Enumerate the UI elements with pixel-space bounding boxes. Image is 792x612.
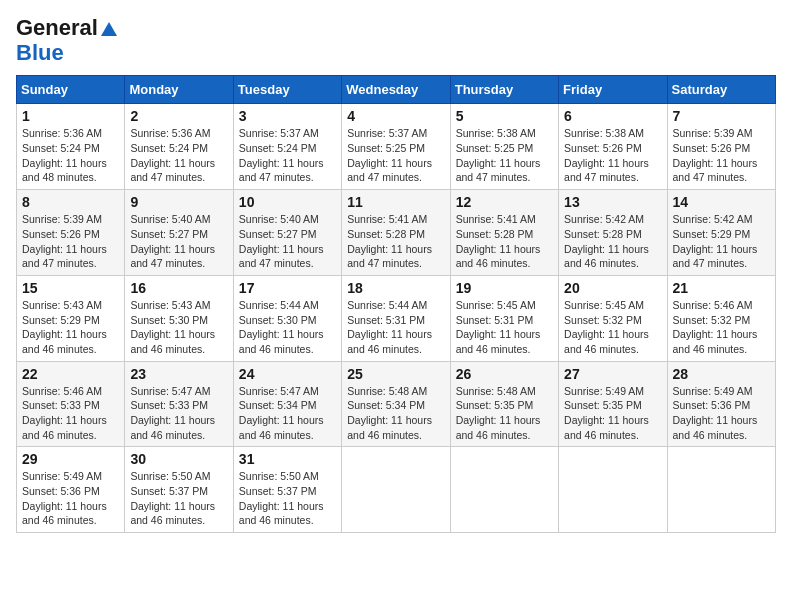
day-number: 12 (456, 194, 553, 210)
day-info: Sunrise: 5:39 AM Sunset: 5:26 PM Dayligh… (22, 212, 119, 271)
day-number: 4 (347, 108, 444, 124)
calendar-cell (342, 447, 450, 533)
calendar-week-3: 15 Sunrise: 5:43 AM Sunset: 5:29 PM Dayl… (17, 275, 776, 361)
svg-marker-0 (101, 22, 117, 36)
day-number: 19 (456, 280, 553, 296)
day-info: Sunrise: 5:48 AM Sunset: 5:35 PM Dayligh… (456, 384, 553, 443)
calendar-cell: 14 Sunrise: 5:42 AM Sunset: 5:29 PM Dayl… (667, 190, 775, 276)
day-number: 5 (456, 108, 553, 124)
calendar-table: SundayMondayTuesdayWednesdayThursdayFrid… (16, 75, 776, 533)
day-number: 3 (239, 108, 336, 124)
weekday-header-tuesday: Tuesday (233, 76, 341, 104)
day-number: 10 (239, 194, 336, 210)
logo-text: General (16, 16, 118, 40)
calendar-cell: 2 Sunrise: 5:36 AM Sunset: 5:24 PM Dayli… (125, 104, 233, 190)
day-info: Sunrise: 5:47 AM Sunset: 5:33 PM Dayligh… (130, 384, 227, 443)
day-info: Sunrise: 5:44 AM Sunset: 5:30 PM Dayligh… (239, 298, 336, 357)
calendar-cell: 6 Sunrise: 5:38 AM Sunset: 5:26 PM Dayli… (559, 104, 667, 190)
day-number: 26 (456, 366, 553, 382)
calendar-cell: 31 Sunrise: 5:50 AM Sunset: 5:37 PM Dayl… (233, 447, 341, 533)
calendar-cell: 17 Sunrise: 5:44 AM Sunset: 5:30 PM Dayl… (233, 275, 341, 361)
weekday-header-thursday: Thursday (450, 76, 558, 104)
day-number: 6 (564, 108, 661, 124)
calendar-cell: 4 Sunrise: 5:37 AM Sunset: 5:25 PM Dayli… (342, 104, 450, 190)
day-info: Sunrise: 5:47 AM Sunset: 5:34 PM Dayligh… (239, 384, 336, 443)
calendar-cell: 27 Sunrise: 5:49 AM Sunset: 5:35 PM Dayl… (559, 361, 667, 447)
day-number: 1 (22, 108, 119, 124)
day-number: 15 (22, 280, 119, 296)
day-info: Sunrise: 5:50 AM Sunset: 5:37 PM Dayligh… (130, 469, 227, 528)
header: General Blue (16, 16, 776, 65)
logo: General Blue (16, 16, 118, 65)
calendar-cell: 5 Sunrise: 5:38 AM Sunset: 5:25 PM Dayli… (450, 104, 558, 190)
day-number: 24 (239, 366, 336, 382)
day-number: 30 (130, 451, 227, 467)
calendar-cell (667, 447, 775, 533)
calendar-cell (450, 447, 558, 533)
calendar-cell: 20 Sunrise: 5:45 AM Sunset: 5:32 PM Dayl… (559, 275, 667, 361)
day-info: Sunrise: 5:36 AM Sunset: 5:24 PM Dayligh… (130, 126, 227, 185)
day-number: 8 (22, 194, 119, 210)
day-info: Sunrise: 5:46 AM Sunset: 5:33 PM Dayligh… (22, 384, 119, 443)
calendar-cell: 25 Sunrise: 5:48 AM Sunset: 5:34 PM Dayl… (342, 361, 450, 447)
day-number: 9 (130, 194, 227, 210)
day-number: 21 (673, 280, 770, 296)
calendar-cell: 22 Sunrise: 5:46 AM Sunset: 5:33 PM Dayl… (17, 361, 125, 447)
day-number: 20 (564, 280, 661, 296)
day-info: Sunrise: 5:38 AM Sunset: 5:26 PM Dayligh… (564, 126, 661, 185)
day-number: 31 (239, 451, 336, 467)
calendar-week-2: 8 Sunrise: 5:39 AM Sunset: 5:26 PM Dayli… (17, 190, 776, 276)
day-number: 28 (673, 366, 770, 382)
day-number: 14 (673, 194, 770, 210)
day-info: Sunrise: 5:43 AM Sunset: 5:29 PM Dayligh… (22, 298, 119, 357)
calendar-cell: 10 Sunrise: 5:40 AM Sunset: 5:27 PM Dayl… (233, 190, 341, 276)
day-number: 13 (564, 194, 661, 210)
day-number: 16 (130, 280, 227, 296)
day-number: 27 (564, 366, 661, 382)
calendar-cell: 3 Sunrise: 5:37 AM Sunset: 5:24 PM Dayli… (233, 104, 341, 190)
calendar-cell: 21 Sunrise: 5:46 AM Sunset: 5:32 PM Dayl… (667, 275, 775, 361)
calendar-cell: 23 Sunrise: 5:47 AM Sunset: 5:33 PM Dayl… (125, 361, 233, 447)
day-info: Sunrise: 5:46 AM Sunset: 5:32 PM Dayligh… (673, 298, 770, 357)
day-info: Sunrise: 5:40 AM Sunset: 5:27 PM Dayligh… (130, 212, 227, 271)
weekday-header-friday: Friday (559, 76, 667, 104)
day-info: Sunrise: 5:41 AM Sunset: 5:28 PM Dayligh… (347, 212, 444, 271)
day-number: 7 (673, 108, 770, 124)
day-number: 18 (347, 280, 444, 296)
day-number: 29 (22, 451, 119, 467)
day-info: Sunrise: 5:37 AM Sunset: 5:25 PM Dayligh… (347, 126, 444, 185)
day-info: Sunrise: 5:39 AM Sunset: 5:26 PM Dayligh… (673, 126, 770, 185)
day-info: Sunrise: 5:50 AM Sunset: 5:37 PM Dayligh… (239, 469, 336, 528)
day-info: Sunrise: 5:45 AM Sunset: 5:31 PM Dayligh… (456, 298, 553, 357)
page-container: General Blue SundayMondayTuesdayWednesda… (16, 16, 776, 533)
weekday-header-sunday: Sunday (17, 76, 125, 104)
day-number: 11 (347, 194, 444, 210)
calendar-cell: 30 Sunrise: 5:50 AM Sunset: 5:37 PM Dayl… (125, 447, 233, 533)
calendar-cell: 11 Sunrise: 5:41 AM Sunset: 5:28 PM Dayl… (342, 190, 450, 276)
day-info: Sunrise: 5:49 AM Sunset: 5:36 PM Dayligh… (673, 384, 770, 443)
calendar-cell: 1 Sunrise: 5:36 AM Sunset: 5:24 PM Dayli… (17, 104, 125, 190)
calendar-week-5: 29 Sunrise: 5:49 AM Sunset: 5:36 PM Dayl… (17, 447, 776, 533)
calendar-cell: 15 Sunrise: 5:43 AM Sunset: 5:29 PM Dayl… (17, 275, 125, 361)
day-info: Sunrise: 5:42 AM Sunset: 5:28 PM Dayligh… (564, 212, 661, 271)
day-info: Sunrise: 5:38 AM Sunset: 5:25 PM Dayligh… (456, 126, 553, 185)
day-info: Sunrise: 5:43 AM Sunset: 5:30 PM Dayligh… (130, 298, 227, 357)
day-info: Sunrise: 5:44 AM Sunset: 5:31 PM Dayligh… (347, 298, 444, 357)
weekday-header-monday: Monday (125, 76, 233, 104)
day-info: Sunrise: 5:41 AM Sunset: 5:28 PM Dayligh… (456, 212, 553, 271)
day-number: 23 (130, 366, 227, 382)
day-number: 17 (239, 280, 336, 296)
calendar-cell: 9 Sunrise: 5:40 AM Sunset: 5:27 PM Dayli… (125, 190, 233, 276)
day-number: 2 (130, 108, 227, 124)
day-number: 22 (22, 366, 119, 382)
calendar-cell: 8 Sunrise: 5:39 AM Sunset: 5:26 PM Dayli… (17, 190, 125, 276)
logo-blue-text: Blue (16, 40, 64, 65)
calendar-cell: 24 Sunrise: 5:47 AM Sunset: 5:34 PM Dayl… (233, 361, 341, 447)
calendar-cell: 28 Sunrise: 5:49 AM Sunset: 5:36 PM Dayl… (667, 361, 775, 447)
calendar-cell: 18 Sunrise: 5:44 AM Sunset: 5:31 PM Dayl… (342, 275, 450, 361)
weekday-header-wednesday: Wednesday (342, 76, 450, 104)
day-info: Sunrise: 5:37 AM Sunset: 5:24 PM Dayligh… (239, 126, 336, 185)
day-info: Sunrise: 5:42 AM Sunset: 5:29 PM Dayligh… (673, 212, 770, 271)
day-info: Sunrise: 5:49 AM Sunset: 5:36 PM Dayligh… (22, 469, 119, 528)
calendar-week-4: 22 Sunrise: 5:46 AM Sunset: 5:33 PM Dayl… (17, 361, 776, 447)
